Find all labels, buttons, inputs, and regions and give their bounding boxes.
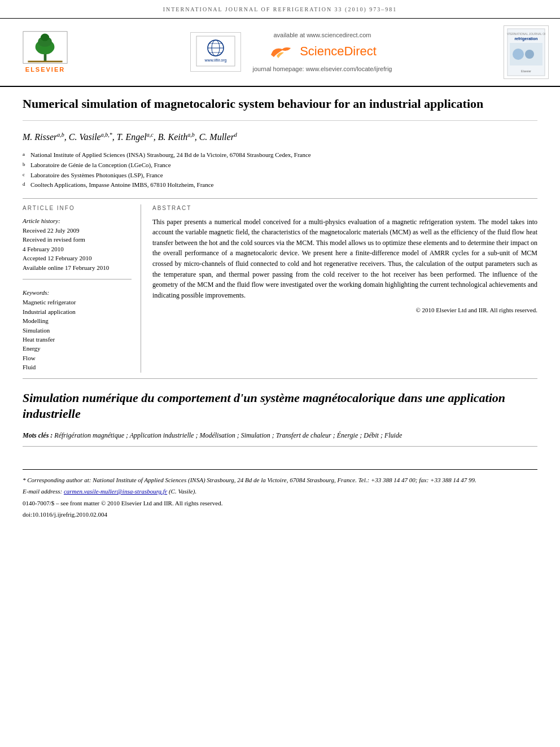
keyword-7: Flow: [23, 354, 132, 362]
sciencedirect-bird-icon: [268, 43, 296, 59]
article-info-column: ARTICLE INFO Article history: Received 2…: [23, 204, 141, 373]
sciencedirect-logo: ScienceDirect: [252, 43, 392, 60]
journal-homepage: journal homepage: www.elsevier.com/locat…: [252, 65, 392, 73]
mots-cles-label: Mots clés :: [23, 431, 53, 439]
email-link[interactable]: carmen.vasile-muller@insa-strasbourg.fr: [64, 488, 167, 495]
revised-date: 4 February 2010: [23, 245, 132, 254]
elsevier-logo-block: ELSEVIER: [11, 30, 79, 74]
received-date: Received 22 July 2009: [23, 226, 132, 235]
iifiir-logo-icon: www.iifiir.org: [196, 36, 235, 67]
svg-point-21: [525, 50, 534, 59]
french-section: Simulation numérique du comportement d'u…: [23, 390, 537, 447]
journal-header-text: INTERNATIONAL JOURNAL OF REFRIGERATION 3…: [163, 6, 397, 12]
affil-d: d Cooltech Applications, Impasse Antoine…: [23, 180, 537, 190]
svg-text:Elsevier: Elsevier: [521, 69, 531, 73]
author-5: C. Mullerd: [199, 132, 237, 142]
sciencedirect-text: ScienceDirect: [300, 43, 377, 60]
abstract-text: This paper presents a numerical model co…: [152, 217, 537, 301]
affil-c-text: Laboratoire des Systèmes Photoniques (LS…: [30, 171, 163, 181]
svg-text:refrigeration: refrigeration: [514, 37, 537, 41]
affiliations: a National Institute of Applied Sciences…: [23, 150, 537, 190]
iifiir-logo: www.iifiir.org: [190, 32, 241, 72]
svg-text:www.iifiir.org: www.iifiir.org: [204, 58, 227, 63]
svg-point-5: [41, 33, 49, 41]
keywords-label: Keywords:: [23, 289, 132, 297]
email-label: E-mail address:: [23, 488, 62, 495]
license-line: 0140-7007/$ – see front matter © 2010 El…: [23, 499, 537, 509]
journal-cover-icon: INTERNATIONAL JOURNAL OF refrigeration E…: [507, 28, 545, 76]
affil-b: b Laboratoire de Génie de la Conception …: [23, 160, 537, 171]
available-date: Available online 17 February 2010: [23, 264, 132, 272]
divider-1: [23, 198, 537, 199]
center-logos: www.iifiir.org available at www.scienced…: [190, 31, 392, 74]
author-3: T. Engela,c: [117, 132, 154, 142]
keyword-8: Fluid: [23, 363, 132, 372]
footnotes-section: * Corresponding author at: National Inst…: [23, 469, 537, 519]
author-4: B. Keitha,b: [158, 132, 195, 142]
affil-a-text: National Institute of Applied Sciences (…: [30, 150, 311, 160]
journal-cover-thumbnail: INTERNATIONAL JOURNAL OF refrigeration E…: [504, 25, 549, 79]
svg-point-20: [513, 49, 524, 60]
keyword-6: Energy: [23, 344, 132, 353]
keyword-1: Magnetic refrigerator: [23, 298, 132, 307]
history-label: Article history:: [23, 217, 132, 225]
svg-rect-6: [28, 60, 62, 62]
affil-d-text: Cooltech Applications, Impasse Antoine I…: [30, 180, 213, 190]
affil-b-text: Laboratoire de Génie de la Conception (L…: [30, 160, 171, 171]
journal-header: INTERNATIONAL JOURNAL OF REFRIGERATION 3…: [0, 0, 560, 19]
logo-bar: ELSEVIER www.iifiir.org: [0, 19, 560, 87]
article-title: Numerical simulation of magnetocaloric s…: [23, 96, 537, 121]
abstract-column: ABSTRACT This paper presents a numerical…: [141, 204, 537, 373]
email-name: (C. Vasile).: [169, 488, 196, 495]
keyword-2: Industrial application: [23, 308, 132, 316]
revised-label: Received in revised form: [23, 235, 132, 244]
doi-line: doi:10.1016/j.ijrefrig.2010.02.004: [23, 510, 537, 520]
keyword-4: Simulation: [23, 326, 132, 335]
mots-cles: Mots clés : Réfrigération magnétique ; A…: [23, 430, 537, 440]
keywords-section: Keywords: Magnetic refrigerator Industri…: [23, 279, 132, 372]
elsevier-label: ELSEVIER: [25, 65, 65, 74]
french-title: Simulation numérique du comportement d'u…: [23, 390, 537, 422]
article-content: Numerical simulation of magnetocaloric s…: [0, 87, 560, 530]
affil-a: a National Institute of Applied Sciences…: [23, 150, 537, 160]
svg-text:INTERNATIONAL JOURNAL OF: INTERNATIONAL JOURNAL OF: [507, 32, 545, 36]
email-line: E-mail address: carmen.vasile-muller@ins…: [23, 487, 537, 497]
elsevier-tree-icon: [23, 30, 68, 64]
affil-c: c Laboratoire des Systèmes Photoniques (…: [23, 171, 537, 181]
mots-cles-text: Réfrigération magnétique ; Application i…: [54, 431, 402, 439]
page: INTERNATIONAL JOURNAL OF REFRIGERATION 3…: [0, 0, 560, 747]
author-2: C. Vasilea,b,*: [69, 132, 112, 142]
keyword-5: Heat transfer: [23, 335, 132, 344]
author-1: M. Rissera,b: [23, 132, 64, 142]
authors-line: M. Rissera,b, C. Vasilea,b,*, T. Engela,…: [23, 131, 537, 144]
accepted-date: Accepted 12 February 2010: [23, 254, 132, 263]
article-info-title: ARTICLE INFO: [23, 204, 132, 212]
corresponding-note: * Corresponding author at: National Inst…: [23, 475, 537, 486]
abstract-title: ABSTRACT: [152, 204, 537, 212]
available-text: available at www.sciencedirect.com: [252, 31, 392, 40]
keyword-3: Modelling: [23, 317, 132, 325]
copyright-line: © 2010 Elsevier Ltd and IIR. All rights …: [152, 306, 537, 314]
center-text-block: available at www.sciencedirect.com Scien…: [252, 31, 392, 74]
info-abstract-columns: ARTICLE INFO Article history: Received 2…: [23, 204, 537, 379]
